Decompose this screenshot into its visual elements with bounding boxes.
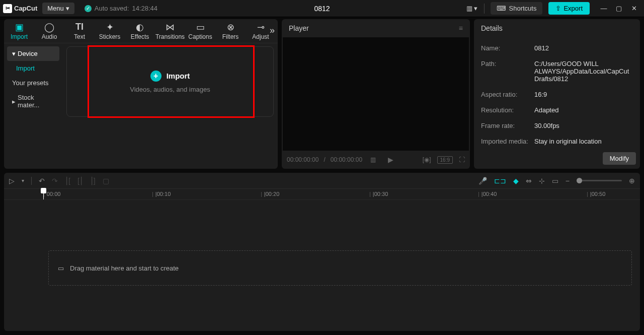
ruler-tick: |00:50 <box>587 191 605 197</box>
sidebar-item-presets[interactable]: Your presets <box>7 76 59 90</box>
close-button[interactable]: ✕ <box>630 5 638 13</box>
ruler-tick: |00:20 <box>261 191 279 197</box>
adjust-icon: ⊸ <box>257 22 265 32</box>
delete-right-button[interactable]: ⎮] <box>90 177 96 185</box>
mic-icon[interactable]: 🎤 <box>478 177 487 185</box>
app-logo: ✂ CapCut <box>3 4 37 13</box>
shortcuts-label: Shortcuts <box>509 5 537 12</box>
selection-tool[interactable]: ▷ <box>9 177 15 185</box>
chevron-down-icon: ▾ <box>12 50 16 57</box>
media-panel: ▣Import ◯Audio TIText ✦Stickers ◐Effects… <box>4 19 278 169</box>
tab-text[interactable]: TIText <box>64 22 95 40</box>
menu-button[interactable]: Menu ▾ <box>42 3 74 14</box>
media-sidebar: ▾Device Import Your presets ▸Stock mater… <box>4 43 62 169</box>
compare-icon[interactable]: ▥ <box>370 156 376 163</box>
film-icon: ▭ <box>58 264 64 272</box>
chevron-right-icon: ▸ <box>12 98 16 105</box>
separator <box>484 4 485 14</box>
tab-audio[interactable]: ◯Audio <box>34 22 64 40</box>
split-button[interactable]: ⎮[ <box>65 177 70 185</box>
details-body: Name:0812 Path:C:/Users/GOOD WILL ALWAYS… <box>474 37 640 151</box>
more-tabs-icon[interactable]: » <box>270 25 275 36</box>
logo-icon: ✂ <box>3 4 12 13</box>
detail-row-name: Name:0812 <box>481 40 633 56</box>
ruler-tick: |00:40 <box>478 191 497 197</box>
undo-button[interactable]: ↶ <box>39 177 45 185</box>
player-header: Player ≡ <box>282 19 470 37</box>
fullscreen-icon[interactable]: ⛶ <box>459 156 465 163</box>
tab-captions[interactable]: ▭Captions <box>185 22 215 40</box>
tab-stickers[interactable]: ✦Stickers <box>95 22 125 40</box>
timeline-toolbar: ▷ ▾ ↶ ↷ ⎮[ [⎮ ⎮] ▢ 🎤 ⊏⊐ ◆ ⇔ ⊹ ▭ − ⊕ <box>4 173 640 189</box>
auto-snap-icon[interactable]: ◆ <box>513 177 519 185</box>
maximize-button[interactable]: ▢ <box>615 5 623 13</box>
timeline-panel: ▷ ▾ ↶ ↷ ⎮[ [⎮ ⎮] ▢ 🎤 ⊏⊐ ◆ ⇔ ⊹ ▭ − ⊕ 00:0… <box>4 173 640 331</box>
player-panel: Player ≡ 00:00:00:00 / 00:00:00:00 ▥ ▶ [… <box>282 19 470 169</box>
import-title: Import <box>167 72 190 80</box>
zoom-in-icon[interactable]: ⊕ <box>629 177 635 185</box>
keyboard-icon: ⌨ <box>497 5 506 12</box>
stickers-icon: ✦ <box>106 22 114 32</box>
export-button[interactable]: ⇧ Export <box>548 2 590 15</box>
player-viewport[interactable] <box>283 37 469 151</box>
play-button[interactable]: ▶ <box>388 156 393 164</box>
selection-dropdown[interactable]: ▾ <box>22 178 24 183</box>
delete-left-button[interactable]: [⎮ <box>77 177 83 185</box>
dropzone-label: Drag material here and start to create <box>70 264 179 272</box>
detail-row-imported: Imported media:Stay in original location <box>481 133 633 149</box>
check-icon: ✓ <box>85 5 92 12</box>
layout-icon[interactable]: ▥ ▾ <box>466 5 478 12</box>
modify-button[interactable]: Modify <box>603 152 636 165</box>
plus-icon: + <box>150 71 162 82</box>
detail-row-aspect: Aspect ratio:16:9 <box>481 87 633 102</box>
tab-effects[interactable]: ◐Effects <box>125 22 155 40</box>
details-header: Details <box>474 19 640 37</box>
sidebar-item-device[interactable]: ▾Device <box>7 46 59 61</box>
player-menu-icon[interactable]: ≡ <box>459 24 463 32</box>
playhead[interactable] <box>43 189 44 199</box>
details-title: Details <box>481 24 503 32</box>
autosave-time: 14:28:44 <box>132 5 157 12</box>
zoom-slider[interactable] <box>577 180 622 181</box>
ruler-tick: |00:30 <box>369 191 388 197</box>
redo-button[interactable]: ↷ <box>52 177 58 185</box>
import-subtitle: Videos, audios, and images <box>130 86 210 93</box>
export-icon: ⇧ <box>555 5 561 12</box>
autosave-status: ✓ Auto saved: 14:28:44 <box>85 5 157 12</box>
detail-row-framerate: Frame rate:30.00fps <box>481 118 633 133</box>
autosave-prefix: Auto saved: <box>95 5 129 12</box>
link-icon[interactable]: ⇔ <box>526 177 532 185</box>
details-panel: Details Name:0812 Path:C:/Users/GOOD WIL… <box>474 19 640 169</box>
magnet-icon[interactable]: ⊏⊐ <box>494 177 506 185</box>
shortcuts-button[interactable]: ⌨ Shortcuts <box>491 2 543 15</box>
scale-icon[interactable]: [◉] <box>423 156 431 163</box>
captions-icon: ▭ <box>196 22 205 32</box>
sidebar-item-stock[interactable]: ▸Stock mater... <box>7 90 59 112</box>
timeline-ruler[interactable]: 00:00 |00:10 |00:20 |00:30 |00:40 |00:50 <box>4 189 640 200</box>
audio-icon: ◯ <box>44 22 54 32</box>
preview-axis-icon[interactable]: ⊹ <box>539 177 545 185</box>
detail-row-path: Path:C:/Users/GOOD WILL ALWAYS/AppData/L… <box>481 56 633 87</box>
aspect-ratio-badge[interactable]: 16:9 <box>437 156 453 164</box>
tab-filters[interactable]: ⊗Filters <box>215 22 246 40</box>
text-icon: TI <box>75 22 84 32</box>
import-card[interactable]: + Import Videos, audios, and images <box>66 46 274 117</box>
player-title: Player <box>289 24 309 32</box>
tab-transitions[interactable]: ⋈Transitions <box>155 22 185 40</box>
effects-icon: ◐ <box>136 22 144 32</box>
timeline-dropzone[interactable]: ▭ Drag material here and start to create <box>48 250 632 286</box>
main-row: ▣Import ◯Audio TIText ✦Stickers ◐Effects… <box>0 17 644 171</box>
import-icon: ▣ <box>15 22 24 32</box>
tab-import[interactable]: ▣Import <box>4 22 34 40</box>
timeline-tracks[interactable]: ▭ Drag material here and start to create <box>4 200 640 331</box>
filters-icon: ⊗ <box>227 22 234 32</box>
media-content: + Import Videos, audios, and images <box>62 43 278 169</box>
track-preview-icon[interactable]: ▭ <box>552 177 558 185</box>
crop-button[interactable]: ▢ <box>103 177 109 185</box>
chevron-down-icon: ▾ <box>66 5 69 12</box>
transitions-icon: ⋈ <box>166 22 175 32</box>
minimize-button[interactable]: — <box>600 5 608 13</box>
project-title: 0812 <box>314 5 330 13</box>
sidebar-item-import[interactable]: Import <box>7 61 59 76</box>
zoom-out-icon[interactable]: − <box>566 177 570 185</box>
